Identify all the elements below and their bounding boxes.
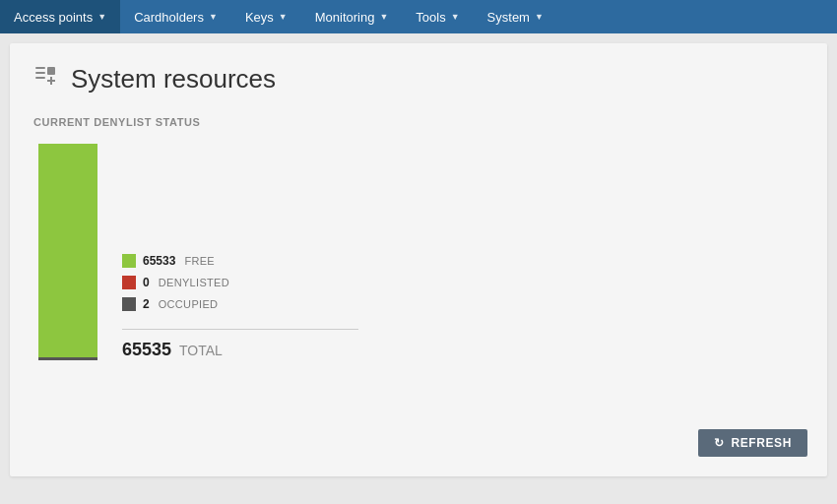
chevron-down-icon: ▼ <box>535 12 544 22</box>
legend-area: 65533 FREE 0 DENYLISTED 2 OCCUPIED <box>122 254 358 315</box>
legend-label-denied: DENYLISTED <box>159 277 229 288</box>
legend-swatch-occupied <box>122 297 136 311</box>
nav-label-tools: Tools <box>416 10 445 25</box>
chevron-down-icon: ▼ <box>279 12 288 22</box>
nav-label-access-points: Access points <box>14 10 93 25</box>
legend-count-free: 65533 <box>143 254 175 268</box>
refresh-icon: ↻ <box>714 436 725 450</box>
svg-rect-1 <box>35 72 45 74</box>
nav-label-keys: Keys <box>245 10 274 25</box>
total-label: TOTAL <box>179 343 223 358</box>
legend-label-free: FREE <box>184 255 215 267</box>
legend-total-area: 65533 FREE 0 DENYLISTED 2 OCCUPIED <box>122 254 358 360</box>
chevron-down-icon: ▼ <box>97 12 106 22</box>
legend-swatch-denied <box>122 276 136 289</box>
svg-rect-2 <box>35 77 45 79</box>
bar-wrapper <box>38 144 97 360</box>
nav-item-cardholders[interactable]: Cardholders ▼ <box>120 0 231 33</box>
nav-item-keys[interactable]: Keys ▼ <box>231 0 301 33</box>
svg-rect-3 <box>47 67 55 75</box>
total-count: 65535 <box>122 340 171 359</box>
legend-label-occupied: OCCUPIED <box>159 298 219 310</box>
nav-item-system[interactable]: System ▼ <box>474 0 557 33</box>
main-content-card: System resources CURRENT DENYLIST STATUS… <box>10 43 827 476</box>
navigation: Access points ▼ Cardholders ▼ Keys ▼ Mon… <box>0 0 837 33</box>
svg-rect-0 <box>35 67 45 69</box>
page-title: System resources <box>71 64 276 94</box>
bar-free <box>38 144 97 357</box>
section-label: CURRENT DENYLIST STATUS <box>33 116 804 128</box>
legend-item-denied: 0 DENYLISTED <box>122 276 358 289</box>
nav-label-system: System <box>487 10 530 25</box>
chevron-down-icon: ▼ <box>209 12 218 22</box>
nav-label-monitoring: Monitoring <box>315 10 375 25</box>
chevron-down-icon: ▼ <box>379 12 388 22</box>
nav-label-cardholders: Cardholders <box>134 10 204 25</box>
bar-chart <box>33 144 102 360</box>
nav-item-access-points[interactable]: Access points ▼ <box>0 0 120 33</box>
legend-item-occupied: 2 OCCUPIED <box>122 297 358 311</box>
bar-occupied <box>38 357 97 358</box>
chart-area: 65533 FREE 0 DENYLISTED 2 OCCUPIED <box>33 144 804 360</box>
nav-item-monitoring[interactable]: Monitoring ▼ <box>301 0 403 33</box>
legend-swatch-free <box>122 254 136 268</box>
page-title-row: System resources <box>33 63 804 94</box>
legend-count-denied: 0 <box>143 276 150 289</box>
legend-count-occupied: 2 <box>143 297 150 311</box>
legend-item-free: 65533 FREE <box>122 254 358 268</box>
refresh-button[interactable]: ↻ REFRESH <box>698 429 807 457</box>
refresh-label: REFRESH <box>731 436 792 450</box>
nav-item-tools[interactable]: Tools ▼ <box>402 0 473 33</box>
total-row: 65535 TOTAL <box>122 329 358 360</box>
system-resources-icon <box>33 63 59 94</box>
chevron-down-icon: ▼ <box>451 12 460 22</box>
